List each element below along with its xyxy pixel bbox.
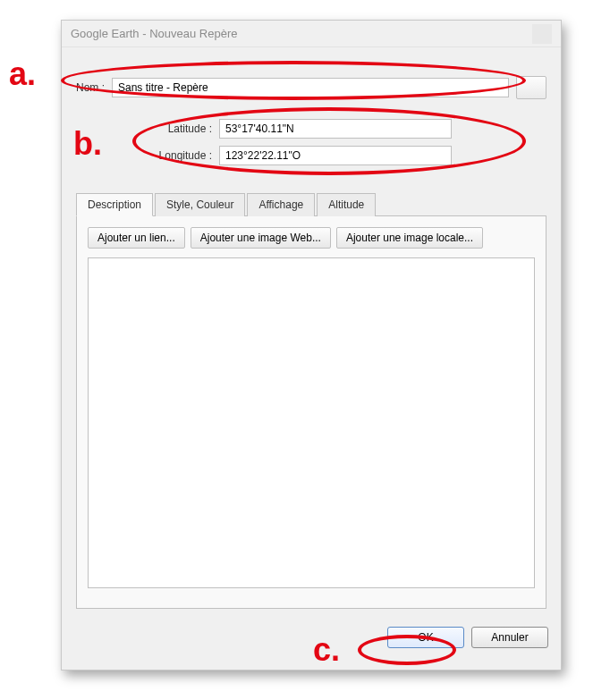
longitude-label: Longitude : [148, 149, 219, 162]
window-title: Google Earth - Nouveau Repère [71, 27, 532, 40]
name-input[interactable] [112, 78, 509, 97]
dialog-buttons: OK Annuler [62, 618, 561, 657]
name-label: Nom : [76, 81, 112, 94]
latitude-row: Latitude : [148, 119, 546, 139]
tab-style-couleur[interactable]: Style, Couleur [155, 193, 245, 216]
latitude-label: Latitude : [148, 122, 219, 135]
annotation-label-a: a. [9, 55, 36, 93]
tab-description[interactable]: Description [76, 193, 153, 216]
longitude-input[interactable] [219, 146, 452, 165]
dialog-content: Nom : Latitude : Longitude : Description… [62, 47, 561, 618]
close-icon[interactable] [532, 24, 552, 44]
titlebar: Google Earth - Nouveau Repère [62, 21, 561, 47]
description-textarea[interactable] [88, 257, 535, 588]
latitude-input[interactable] [219, 119, 452, 139]
tab-affichage[interactable]: Affichage [247, 193, 315, 216]
add-local-image-button[interactable]: Ajouter une image locale... [336, 227, 483, 249]
longitude-row: Longitude : [148, 146, 546, 165]
ok-button[interactable]: OK [387, 627, 464, 648]
coordinates-block: Latitude : Longitude : [148, 119, 546, 165]
cancel-button[interactable]: Annuler [471, 627, 548, 648]
add-web-image-button[interactable]: Ajouter une image Web... [191, 227, 331, 249]
tab-altitude[interactable]: Altitude [317, 193, 376, 216]
add-link-button[interactable]: Ajouter un lien... [88, 227, 185, 249]
placemark-dialog: Google Earth - Nouveau Repère Nom : Lati… [61, 20, 562, 670]
tabs-container: Description Style, Couleur Affichage Alt… [76, 192, 546, 609]
name-row: Nom : [76, 76, 546, 99]
tabs-bar: Description Style, Couleur Affichage Alt… [76, 192, 546, 215]
description-toolbar: Ajouter un lien... Ajouter une image Web… [88, 227, 535, 249]
placemark-icon-button[interactable] [516, 76, 546, 99]
tab-body-description: Ajouter un lien... Ajouter une image Web… [76, 215, 546, 609]
